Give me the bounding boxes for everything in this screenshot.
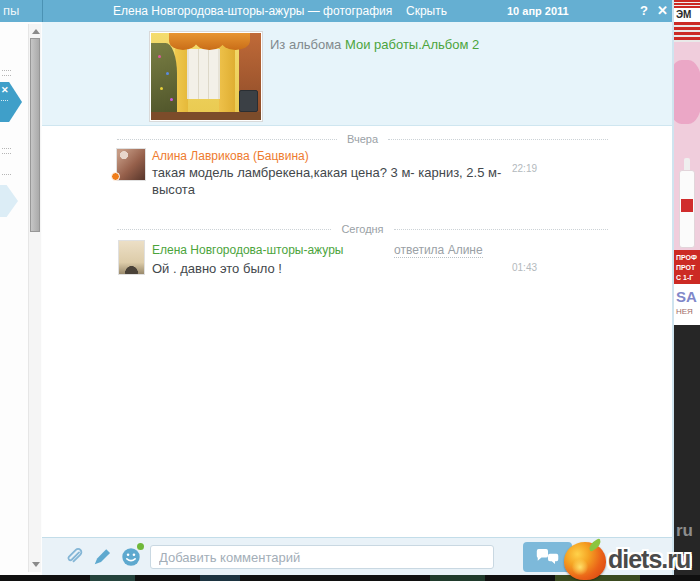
- photo-info-section: Из альбома Мои работы.Альбом 2: [42, 22, 672, 126]
- avatar[interactable]: [118, 240, 145, 275]
- photo-floor: [151, 112, 261, 120]
- divider-line: [394, 229, 608, 230]
- scrollbar-down-icon[interactable]: [32, 562, 40, 567]
- background-dash: [0, 100, 8, 101]
- photo-date: 10 апр 2011: [507, 5, 569, 17]
- avatar[interactable]: [116, 148, 146, 181]
- apple-logo-icon: [564, 542, 606, 580]
- comment-input[interactable]: [150, 545, 494, 569]
- background-arrow-shape: ✕: [0, 82, 22, 122]
- site-logo[interactable]: diets.ru: [560, 535, 700, 581]
- photo-tv: [239, 90, 258, 113]
- comment-author-link[interactable]: Алина Лаврикова (Бацвина): [152, 149, 309, 163]
- background-thumb: [90, 575, 135, 581]
- background-thumb: [200, 575, 240, 581]
- ad-pink-shape: [672, 60, 700, 124]
- modal-header: пы Елена Новгородова-шторы-ажуры — фотог…: [0, 0, 672, 22]
- header-divider: [42, 0, 43, 22]
- curtains-photo: [151, 33, 261, 120]
- comment-text: такая модель ламбрекена,какая цена? 3 м-…: [152, 164, 536, 198]
- ad-product-area: [674, 42, 700, 250]
- photo-ornament: [158, 55, 161, 58]
- attach-icon[interactable]: [63, 546, 85, 568]
- ad-sub-fragment: НЕЯ: [676, 307, 693, 316]
- chat-bubbles-icon: [534, 548, 562, 567]
- background-thumb: [430, 575, 485, 581]
- photo-comments-modal: Из альбома Мои работы.Альбом 2 Вчера Али…: [42, 22, 672, 575]
- photo-swag: [169, 33, 198, 50]
- background-dash: [2, 174, 11, 175]
- ad-tube: [679, 170, 695, 248]
- day-divider: Вчера: [117, 133, 608, 145]
- photo-ornament: [170, 98, 173, 101]
- divider-line: [117, 229, 331, 230]
- photo-thumbnail[interactable]: [149, 31, 263, 122]
- photo-window: [187, 49, 220, 99]
- ad-stripes-top: [674, 0, 700, 8]
- ad-promo-line: ПРОФ: [676, 253, 700, 263]
- divider-line: [388, 139, 608, 140]
- hide-button[interactable]: Скрыть: [406, 4, 447, 18]
- background-dash: [2, 70, 11, 71]
- smiley-badge-dot: [137, 543, 144, 550]
- background-header-fragment: пы: [3, 3, 19, 18]
- photo-tree: [151, 43, 177, 120]
- modal-title: Елена Новгородова-шторы-ажуры — фотограф…: [113, 4, 392, 18]
- comment-text: Ой . давно это было !: [152, 260, 536, 277]
- ad-banner[interactable]: ЭМ ПРОФ ПРОТ С 1-Г SA НЕЯ ru: [672, 0, 700, 575]
- background-dash: [2, 75, 11, 76]
- background-arrow-shape-light: [0, 185, 18, 217]
- screen: ✕ пы Елена Новгородова-шторы-ажуры — фот…: [0, 0, 700, 581]
- divider-line: [117, 139, 337, 140]
- scrollbar-thumb[interactable]: [30, 38, 40, 232]
- photo-ornament: [160, 87, 163, 90]
- ad-brand-fragment: ЭМ: [676, 9, 691, 20]
- ad-stripes: [674, 22, 700, 42]
- comment-author-link[interactable]: Елена Новгородова-шторы-ажуры: [152, 243, 343, 257]
- ad-promo-line: С 1-Г: [676, 273, 700, 283]
- scrollbar-up-icon[interactable]: [32, 29, 40, 34]
- page-scrollbar[interactable]: [28, 24, 41, 572]
- online-status-dot: [111, 172, 120, 181]
- ad-brand-row: ЭМ: [674, 8, 700, 22]
- album-prefix-label: Из альбома: [270, 37, 341, 52]
- comment-time: 22:19: [512, 163, 537, 174]
- ad-promo-box: ПРОФ ПРОТ С 1-Г: [674, 250, 700, 284]
- day-label: Сегодня: [331, 223, 393, 235]
- ad-sale-fragment: SA: [676, 288, 697, 305]
- album-link[interactable]: Мои работы.Альбом 2: [345, 37, 479, 52]
- edit-pencil-icon[interactable]: [92, 546, 114, 568]
- apple-leaf: [587, 538, 603, 552]
- site-name: diets.ru: [608, 545, 690, 574]
- album-caption: Из альбома Мои работы.Альбом 2: [270, 37, 479, 52]
- close-icon[interactable]: ✕: [657, 3, 668, 18]
- close-icon: ✕: [1, 85, 9, 95]
- background-dash: [2, 148, 11, 149]
- ad-sale-row: SA НЕЯ: [674, 284, 700, 325]
- day-label: Вчера: [337, 133, 388, 145]
- reply-target-link[interactable]: ответила Алине: [394, 243, 483, 257]
- ad-promo-line: ПРОТ: [676, 263, 700, 273]
- background-page-strip: ✕: [0, 22, 42, 575]
- help-icon[interactable]: ?: [640, 3, 648, 18]
- comment-time: 01:43: [512, 262, 537, 273]
- photo-curtain-right: [219, 42, 234, 116]
- day-divider: Сегодня: [117, 223, 608, 235]
- background-dash: [2, 153, 11, 154]
- apple-highlight: [572, 558, 588, 576]
